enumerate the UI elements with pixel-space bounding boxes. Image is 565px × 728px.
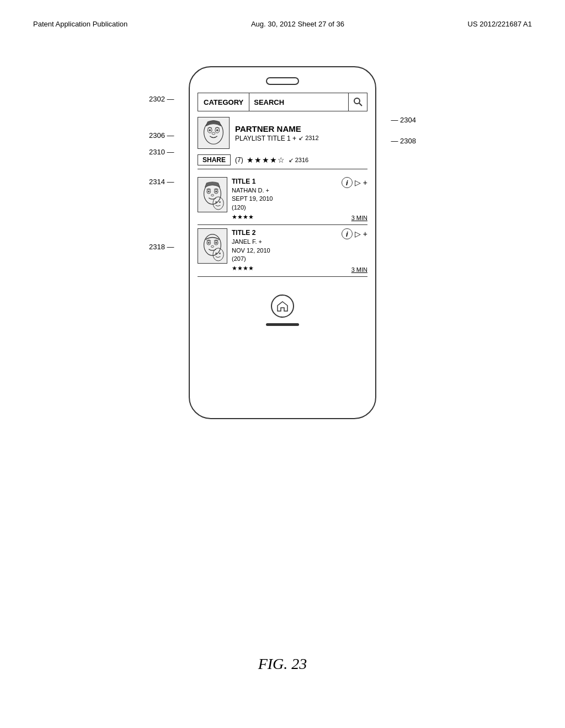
track-artist-1: NATHAN D. + <box>232 186 334 195</box>
track-title-1: TITLE 1 <box>232 177 334 186</box>
partner-info: PARTNER NAME PLAYLIST TITLE 1 + ↙ 2312 <box>235 124 367 142</box>
track-duration-2: 3 MIN <box>351 266 367 273</box>
track-count-1: (120) <box>232 204 334 212</box>
add-icon-1[interactable]: + <box>363 178 367 187</box>
track-thumbnail-2 <box>198 228 227 264</box>
track-duration-1: 3 MIN <box>351 215 367 221</box>
track-item: TITLE 1 NATHAN D. + SEPT 19, 2010 (120) … <box>198 174 367 225</box>
track-actions-1: i ▷ + 3 MIN <box>334 177 367 221</box>
track-title-2: TITLE 2 <box>232 228 334 238</box>
search-icon <box>353 97 363 107</box>
anno-2302: 2302 — <box>149 95 174 103</box>
anno-2308: — 2308 <box>391 137 416 145</box>
playlist-title: PLAYLIST TITLE 1 + <box>235 135 296 142</box>
phone-wrapper: 2302 — 2306 — 2310 — 2314 — 2318 — — 230… <box>178 66 387 419</box>
track-actions-2: i ▷ + 3 MIN <box>334 228 367 272</box>
info-icon-2[interactable]: i <box>342 228 353 239</box>
svg-point-25 <box>219 253 221 254</box>
earpiece <box>266 77 299 85</box>
svg-point-13 <box>211 194 214 196</box>
play-icon-2[interactable]: ▷ <box>355 229 361 238</box>
svg-point-14 <box>213 197 223 210</box>
track-artist-2: JANEL F. + <box>232 238 334 246</box>
svg-point-0 <box>354 98 360 104</box>
track-item-2: TITLE 2 JANEL F. + NOV 12, 2010 (207) ★★… <box>198 225 367 276</box>
svg-point-5 <box>209 129 211 131</box>
home-icon <box>276 300 289 312</box>
partner-name: PARTNER NAME <box>235 124 367 133</box>
share-button[interactable]: SHARE <box>198 154 231 165</box>
share-row: SHARE (7) ★★★★☆ ↙ 2316 <box>198 154 367 169</box>
svg-point-15 <box>215 201 217 203</box>
track-info-1: TITLE 1 NATHAN D. + SEPT 19, 2010 (120) … <box>232 177 334 221</box>
anno-2304: — 2304 <box>391 116 416 124</box>
svg-point-22 <box>211 246 214 248</box>
svg-point-21 <box>215 242 217 244</box>
playlist-title-row: PLAYLIST TITLE 1 + ↙ 2312 <box>235 135 367 142</box>
tab-bar: CATEGORY SEARCH <box>198 93 367 111</box>
svg-point-12 <box>215 190 217 192</box>
share-arrow: ↙ 2316 <box>289 157 309 164</box>
anno-2314: 2314 — <box>149 178 174 186</box>
info-icon-1[interactable]: i <box>342 177 353 188</box>
track-thumbnail-1 <box>198 177 227 212</box>
play-icon-1[interactable]: ▷ <box>355 178 361 187</box>
track1-face-sketch <box>198 177 227 212</box>
svg-point-24 <box>215 253 217 254</box>
share-count: (7) <box>235 156 243 164</box>
partner-thumbnail <box>198 117 230 149</box>
fig-label: FIG. 23 <box>258 655 307 673</box>
home-button[interactable] <box>271 295 294 318</box>
playlist-arrow: ↙ 2312 <box>299 135 319 142</box>
share-stars: ★★★★☆ <box>247 156 285 164</box>
track-count-2: (207) <box>232 255 334 263</box>
svg-point-6 <box>216 129 218 131</box>
svg-point-11 <box>208 190 210 192</box>
svg-point-16 <box>219 201 221 203</box>
svg-point-7 <box>212 132 215 135</box>
svg-point-20 <box>208 242 210 244</box>
track-stars-1: ★★★★ <box>232 213 334 221</box>
bottom-bar <box>266 323 299 326</box>
svg-line-1 <box>359 103 362 106</box>
patent-header-left: Patent Application Publication <box>33 20 127 28</box>
track-stars-2: ★★★★ <box>232 264 334 272</box>
patent-header-right: US 2012/221687 A1 <box>468 20 532 28</box>
track-action-row-2: i ▷ + <box>342 228 367 239</box>
track-info-2: TITLE 2 JANEL F. + NOV 12, 2010 (207) ★★… <box>232 228 334 272</box>
partner-row: PARTNER NAME PLAYLIST TITLE 1 + ↙ 2312 <box>198 117 367 151</box>
track-date-1: SEPT 19, 2010 <box>232 195 334 203</box>
anno-2306: 2306 — <box>149 131 174 140</box>
partner-face-sketch <box>198 117 229 148</box>
track-action-row-1: i ▷ + <box>342 177 367 188</box>
phone-device: CATEGORY SEARCH <box>189 66 376 419</box>
svg-point-23 <box>213 248 223 261</box>
track-date-2: NOV 12, 2010 <box>232 247 334 255</box>
anno-2318: 2318 — <box>149 243 174 251</box>
patent-header-middle: Aug. 30, 2012 Sheet 27 of 36 <box>251 20 344 28</box>
patent-header: Patent Application Publication Aug. 30, … <box>33 20 532 28</box>
tab-search[interactable]: SEARCH <box>249 93 348 111</box>
add-icon-2[interactable]: + <box>363 229 367 238</box>
tab-category[interactable]: CATEGORY <box>198 93 249 111</box>
search-icon-button[interactable] <box>348 93 367 111</box>
anno-2310: 2310 — <box>149 148 174 156</box>
track2-face-sketch <box>198 228 227 264</box>
